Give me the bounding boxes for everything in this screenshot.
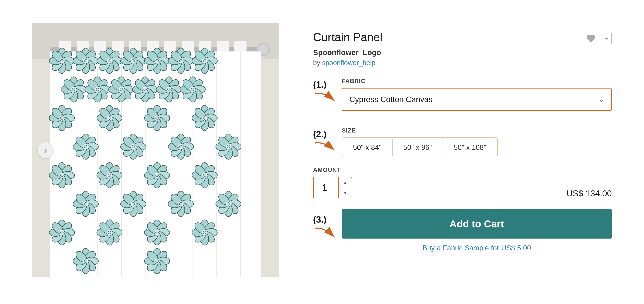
size-label: SIZE	[342, 127, 612, 134]
step1-label: (1.)	[313, 78, 342, 107]
chevron-down-icon: ▼	[343, 190, 348, 195]
size-section: (2.) SIZE 50" x 84" 50" x 96" 50" x 108"	[313, 127, 612, 157]
svg-point-254	[108, 174, 111, 177]
amount-wrapper: AMOUNT ▲ ▼	[313, 166, 352, 198]
product-header: Curtain Panel +	[313, 30, 612, 45]
svg-point-264	[156, 174, 158, 177]
svg-point-54	[108, 59, 111, 62]
size-option-2[interactable]: 50" x 108"	[443, 138, 497, 157]
svg-point-244	[60, 174, 63, 177]
size-option-0[interactable]: 50" x 84"	[342, 138, 393, 157]
chevron-up-icon: ▲	[343, 180, 348, 185]
product-brand: Spoonflower_Logo	[313, 48, 612, 57]
author-prefix: by	[313, 59, 320, 66]
cart-actions: Add to Cart Buy a Fabric Sample for US$ …	[342, 209, 612, 252]
step1-arrow-icon	[313, 90, 336, 106]
svg-point-64	[132, 59, 135, 62]
page-container: › Curtain Panel + Spoonflower_Logo by	[18, 9, 626, 295]
svg-point-184	[156, 116, 158, 120]
svg-point-374	[156, 260, 158, 262]
product-image: ›	[32, 23, 279, 277]
fabric-selected-value: Cypress Cotton Canvas	[349, 95, 432, 104]
stepper-down-button[interactable]: ▼	[339, 188, 352, 198]
svg-point-44	[84, 59, 87, 62]
fabric-sample-link[interactable]: Buy a Fabric Sample for US$ 5.00	[342, 244, 612, 252]
curtain-illustration	[32, 23, 279, 277]
add-to-cart-button[interactable]: Add to Cart	[342, 209, 612, 238]
product-section: Curtain Panel + Spoonflower_Logo by spoo…	[313, 23, 612, 252]
step3-arrow-icon	[313, 225, 336, 243]
svg-point-274	[203, 174, 206, 177]
svg-point-144	[168, 88, 170, 91]
svg-point-74	[156, 59, 158, 62]
svg-point-134	[144, 88, 146, 91]
step1-number: (1.)	[313, 79, 342, 90]
add-to-list-button[interactable]: +	[601, 33, 612, 44]
product-author-line: by spoonflower_help	[313, 59, 612, 67]
author-link[interactable]: spoonflower_help	[322, 59, 376, 66]
wishlist-button[interactable]	[584, 32, 597, 45]
svg-point-124	[120, 88, 123, 91]
svg-point-364	[84, 260, 87, 262]
svg-point-84	[180, 59, 182, 62]
svg-point-284	[84, 202, 87, 205]
svg-point-324	[60, 231, 63, 234]
fabric-dropdown[interactable]: Cypress Cotton Canvas ⌄	[342, 88, 612, 111]
header-actions: +	[584, 32, 612, 45]
svg-point-194	[203, 116, 206, 120]
amount-price-row: AMOUNT ▲ ▼ US$ 134.00	[313, 166, 612, 198]
stepper-up-button[interactable]: ▲	[339, 178, 352, 188]
chevron-down-icon: ⌄	[599, 96, 604, 103]
svg-point-294	[132, 202, 135, 205]
svg-point-314	[227, 202, 230, 205]
product-title-block: Curtain Panel	[313, 30, 382, 44]
amount-label: AMOUNT	[313, 166, 352, 173]
amount-stepper: ▲ ▼	[313, 177, 352, 198]
svg-point-94	[203, 59, 206, 62]
svg-point-354	[203, 231, 206, 234]
product-category: Curtain Panel	[313, 30, 382, 44]
step2-label: (2.)	[313, 127, 342, 156]
svg-point-214	[132, 145, 135, 148]
svg-point-34	[60, 59, 63, 62]
fabric-section: (1.) FABRIC Cypress Cotton Canvas ⌄	[313, 78, 612, 120]
svg-point-234	[227, 145, 230, 148]
step2-number: (2.)	[313, 129, 342, 140]
svg-point-164	[60, 116, 63, 120]
svg-point-304	[180, 202, 182, 205]
size-field-wrapper: SIZE 50" x 84" 50" x 96" 50" x 108"	[342, 127, 612, 157]
size-option-1[interactable]: 50" x 96"	[393, 138, 443, 157]
svg-point-334	[108, 231, 111, 234]
svg-point-204	[84, 145, 87, 148]
svg-point-344	[156, 231, 158, 234]
svg-point-174	[108, 116, 111, 120]
chevron-right-icon: ›	[44, 146, 47, 155]
price-display: US$ 134.00	[566, 188, 612, 198]
step3-number: (3.)	[313, 214, 342, 225]
svg-point-114	[96, 88, 99, 91]
heart-icon	[586, 34, 596, 44]
step3-label-wrapper: (3.)	[313, 209, 342, 244]
image-prev-button[interactable]: ›	[38, 142, 54, 158]
add-to-cart-section: (3.) Add to Cart Buy a Fabric Sample for…	[313, 209, 612, 252]
amount-input[interactable]	[314, 182, 338, 193]
stepper-buttons: ▲ ▼	[338, 178, 352, 198]
size-options-group: 50" x 84" 50" x 96" 50" x 108"	[342, 138, 498, 157]
svg-point-154	[191, 88, 194, 91]
fabric-field-wrapper: FABRIC Cypress Cotton Canvas ⌄	[342, 78, 612, 120]
svg-point-224	[180, 145, 182, 148]
step2-arrow-icon	[313, 140, 336, 156]
fabric-label: FABRIC	[342, 78, 612, 84]
image-section: ›	[32, 23, 292, 281]
svg-point-104	[72, 88, 75, 91]
